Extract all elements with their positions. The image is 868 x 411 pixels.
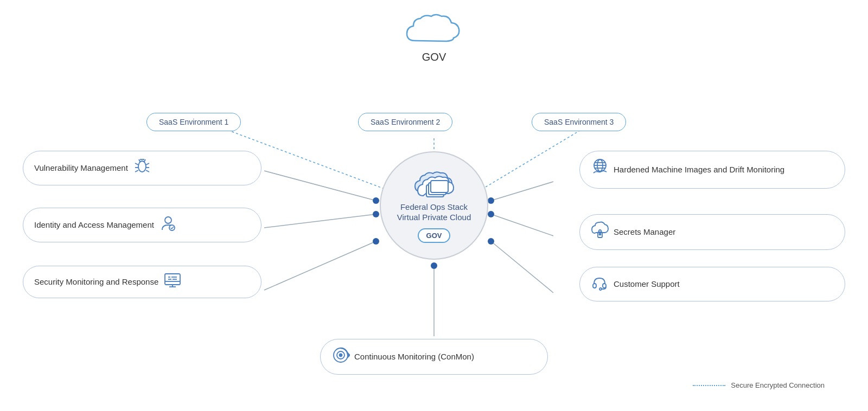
svg-point-31: [169, 225, 175, 230]
identity-access-pill: Identity and Access Management: [23, 208, 261, 242]
secrets-label: Secrets Manager: [614, 227, 675, 237]
architecture-diagram: GOV SaaS Environment 1 SaaS Environment …: [0, 0, 868, 411]
person-check-icon: [159, 215, 177, 235]
gov-top-label: GOV: [422, 51, 446, 63]
customer-support-pill: Customer Support: [579, 267, 845, 301]
vpc-cloud-icon: [412, 169, 456, 198]
legend-line-icon: [693, 385, 725, 386]
svg-line-1: [264, 214, 376, 228]
saas-env-2: SaaS Environment 2: [358, 113, 452, 131]
svg-line-5: [491, 241, 553, 293]
legend-label: Secure Encrypted Connection: [731, 381, 825, 389]
headset-icon: [591, 274, 608, 294]
svg-line-22: [146, 163, 149, 165]
svg-line-9: [472, 130, 580, 195]
svg-marker-54: [348, 353, 350, 357]
center-gov-badge: GOV: [418, 228, 451, 243]
svg-point-55: [340, 354, 342, 357]
svg-point-51: [599, 288, 602, 290]
center-node: Federal Ops StackVirtual Private Cloud G…: [380, 151, 488, 260]
svg-line-27: [139, 159, 140, 162]
vulnerability-management-pill: Vulnerability Management: [23, 151, 261, 185]
svg-point-30: [165, 217, 171, 223]
center-title: Federal Ops StackVirtual Private Cloud: [397, 202, 471, 223]
svg-point-14: [488, 211, 494, 217]
svg-line-3: [491, 182, 553, 201]
saas-env-3: SaaS Environment 3: [532, 113, 626, 131]
globe-hand-icon: [591, 158, 608, 182]
svg-point-11: [373, 211, 379, 217]
svg-point-10: [373, 197, 379, 204]
svg-point-13: [488, 197, 494, 204]
gov-cloud-top: GOV: [401, 11, 467, 63]
hardened-machine-pill: Hardened Machine Images and Drift Monito…: [579, 151, 845, 189]
svg-point-20: [138, 161, 146, 172]
svg-line-28: [144, 159, 145, 162]
identity-label: Identity and Access Management: [34, 220, 154, 230]
svg-rect-48: [593, 284, 596, 288]
svg-line-21: [135, 163, 138, 165]
conmon-pill: Continuous Monitoring (ConMon): [320, 339, 548, 375]
saas-env-2-label: SaaS Environment 2: [371, 118, 440, 126]
svg-line-25: [135, 170, 138, 172]
bug-icon: [133, 158, 151, 178]
monitor-list-icon: [164, 273, 181, 291]
conmon-label: Continuous Monitoring (ConMon): [354, 351, 474, 362]
security-monitoring-pill: Security Monitoring and Response: [23, 266, 261, 298]
svg-line-26: [146, 170, 149, 172]
saas-env-1-label: SaaS Environment 1: [159, 118, 228, 126]
saas-env-3-label: SaaS Environment 3: [544, 118, 614, 126]
svg-point-15: [488, 238, 494, 245]
svg-rect-19: [431, 181, 448, 192]
svg-line-2: [264, 241, 376, 290]
cloud-lock-icon: [591, 221, 608, 243]
svg-line-4: [491, 214, 553, 236]
security-monitoring-label: Security Monitoring and Response: [34, 277, 158, 287]
customer-support-label: Customer Support: [614, 279, 680, 290]
svg-point-16: [431, 262, 437, 269]
svg-point-12: [373, 238, 379, 245]
svg-point-47: [599, 234, 601, 235]
saas-env-1: SaaS Environment 1: [146, 113, 241, 131]
secrets-manager-pill: Secrets Manager: [579, 214, 845, 250]
hardened-label: Hardened Machine Images and Drift Monito…: [614, 164, 784, 175]
cycle-icon: [331, 346, 349, 368]
gov-cloud-icon: [401, 11, 467, 49]
legend: Secure Encrypted Connection: [693, 381, 825, 389]
svg-line-0: [264, 171, 376, 201]
vulnerability-label: Vulnerability Management: [34, 163, 128, 174]
